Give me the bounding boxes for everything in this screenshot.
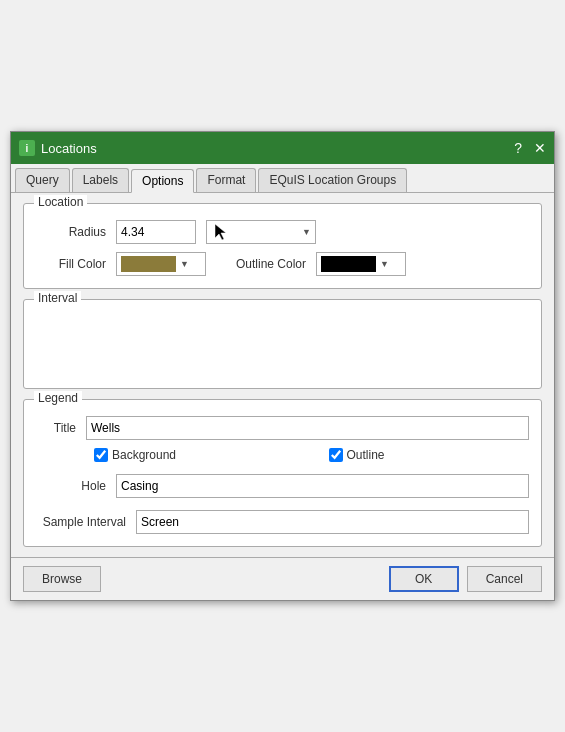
legend-group: Legend Title Background Outline bbox=[23, 399, 542, 547]
cancel-button[interactable]: Cancel bbox=[467, 566, 542, 592]
fill-color-row: Fill Color ▼ Outline Color ▼ bbox=[36, 252, 529, 276]
close-button[interactable]: ✕ bbox=[534, 140, 546, 156]
help-button[interactable]: ? bbox=[514, 140, 522, 156]
tab-bar: Query Labels Options Format EQuIS Locati… bbox=[11, 164, 554, 193]
tab-labels[interactable]: Labels bbox=[72, 168, 129, 192]
browse-button[interactable]: Browse bbox=[23, 566, 101, 592]
checkbox-row: Background Outline bbox=[36, 448, 529, 462]
background-checkbox-group: Background bbox=[94, 448, 176, 462]
outline-checkbox-group: Outline bbox=[329, 448, 385, 462]
legend-title-label: Title bbox=[36, 421, 76, 435]
sample-interval-input[interactable] bbox=[136, 510, 529, 534]
tab-options[interactable]: Options bbox=[131, 169, 194, 193]
outline-color-swatch bbox=[321, 256, 376, 272]
radius-label: Radius bbox=[36, 225, 106, 239]
title-bar: i Locations ? ✕ bbox=[11, 132, 554, 164]
fill-color-dropdown[interactable]: ▼ bbox=[116, 252, 206, 276]
app-icon: i bbox=[19, 140, 35, 156]
svg-marker-0 bbox=[215, 224, 226, 240]
bottom-bar: Browse OK Cancel bbox=[11, 557, 554, 600]
radius-input[interactable] bbox=[116, 220, 196, 244]
location-group-label: Location bbox=[34, 195, 87, 209]
sample-interval-row: Sample Interval bbox=[36, 510, 529, 534]
legend-title-input[interactable] bbox=[86, 416, 529, 440]
window-title: Locations bbox=[41, 141, 97, 156]
tab-format[interactable]: Format bbox=[196, 168, 256, 192]
ok-button[interactable]: OK bbox=[389, 566, 459, 592]
tab-equis[interactable]: EQuIS Location Groups bbox=[258, 168, 407, 192]
sample-interval-label: Sample Interval bbox=[36, 515, 126, 529]
cursor-dropdown[interactable]: ▼ bbox=[206, 220, 316, 244]
title-bar-controls: ? ✕ bbox=[514, 140, 546, 156]
background-label: Background bbox=[112, 448, 176, 462]
cursor-dropdown-arrow: ▼ bbox=[302, 227, 311, 237]
radius-row: Radius ▼ bbox=[36, 220, 529, 244]
outline-checkbox-label: Outline bbox=[347, 448, 385, 462]
location-group: Location Radius ▼ Fill Color ▼ Outline C… bbox=[23, 203, 542, 289]
outline-color-dropdown[interactable]: ▼ bbox=[316, 252, 406, 276]
background-checkbox[interactable] bbox=[94, 448, 108, 462]
interval-group: Interval bbox=[23, 299, 542, 389]
interval-group-label: Interval bbox=[34, 291, 81, 305]
outline-color-label: Outline Color bbox=[216, 257, 306, 271]
legend-title-row: Title bbox=[36, 416, 529, 440]
outline-color-arrow: ▼ bbox=[380, 259, 389, 269]
tab-query[interactable]: Query bbox=[15, 168, 70, 192]
fill-color-arrow: ▼ bbox=[180, 259, 189, 269]
hole-row: Hole bbox=[36, 474, 529, 498]
hole-input[interactable] bbox=[116, 474, 529, 498]
main-content: Location Radius ▼ Fill Color ▼ Outline C… bbox=[11, 193, 554, 557]
legend-group-label: Legend bbox=[34, 391, 82, 405]
fill-color-label: Fill Color bbox=[36, 257, 106, 271]
hole-label: Hole bbox=[36, 479, 106, 493]
outline-checkbox[interactable] bbox=[329, 448, 343, 462]
main-window: i Locations ? ✕ Query Labels Options For… bbox=[10, 131, 555, 601]
cursor-icon bbox=[211, 222, 231, 242]
fill-color-swatch bbox=[121, 256, 176, 272]
title-bar-left: i Locations bbox=[19, 140, 97, 156]
